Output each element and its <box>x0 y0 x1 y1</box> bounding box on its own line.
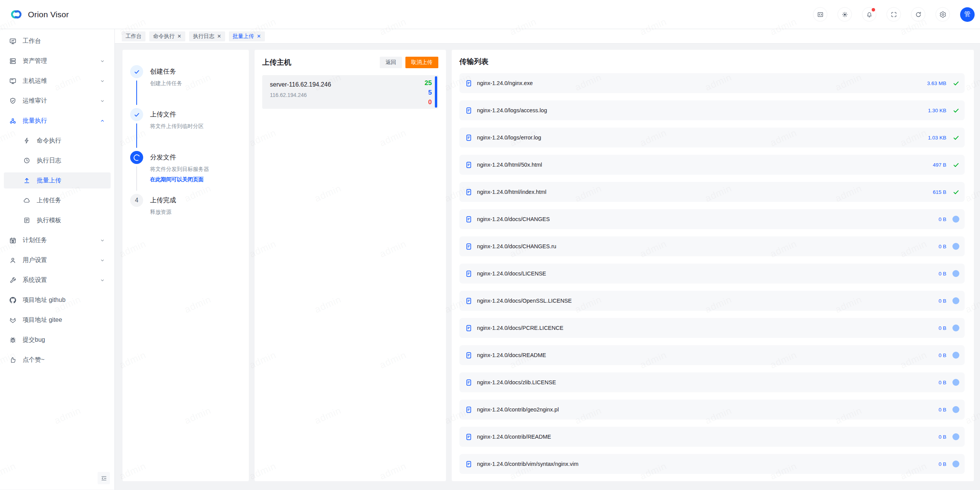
settings-button[interactable] <box>936 7 950 21</box>
brand: Orion Visor <box>9 7 69 21</box>
fullscreen-button[interactable] <box>887 7 901 21</box>
file-icon <box>465 433 472 441</box>
sidebar-item-批量执行[interactable]: 批量执行 <box>4 113 111 129</box>
notifications-icon <box>866 11 873 18</box>
chevron-svg <box>100 98 105 104</box>
upload-host-title: 上传主机 <box>262 57 291 67</box>
transfer-file-row[interactable]: nginx-1.24.0/html/50x.html497 B <box>459 155 965 175</box>
file-status-done-icon <box>952 134 960 141</box>
tab-close-icon[interactable]: ✕ <box>177 34 181 39</box>
upload-icon <box>23 177 31 184</box>
template-icon-svg <box>23 217 30 224</box>
sidebar-item-label: 用户设置 <box>23 256 47 264</box>
app-logo-icon <box>9 7 23 21</box>
sidebar-item-命令执行[interactable]: 命令执行 <box>4 133 111 149</box>
sidebar-item-label: 计划任务 <box>23 236 47 244</box>
transfer-file-row[interactable]: nginx-1.24.0/docs/README0 B <box>459 345 965 365</box>
transfer-file-row[interactable]: nginx-1.24.0/docs/PCRE.LICENCE0 B <box>459 318 965 338</box>
step-indicator <box>130 151 143 164</box>
file-icon <box>465 188 472 196</box>
user-avatar[interactable]: 管 <box>960 7 975 22</box>
transfer-file-row[interactable]: nginx-1.24.0/logs/access.log1.30 KB <box>459 100 965 120</box>
check-icon <box>952 80 960 87</box>
sidebar-item-label: 命令执行 <box>37 137 61 145</box>
sidebar-item-项目地址 gitee[interactable]: 项目地址 gitee <box>4 312 111 328</box>
pending-dot <box>952 297 959 304</box>
theme-button[interactable] <box>838 7 852 21</box>
check-icon <box>952 134 960 141</box>
sidebar-collapse-button[interactable] <box>98 472 110 484</box>
sidebar-item-label: 执行日志 <box>37 157 61 165</box>
file-size: 0 B <box>939 380 946 385</box>
refresh-icon <box>915 11 922 18</box>
file-size: 0 B <box>939 434 946 440</box>
file-icon <box>465 270 472 277</box>
sidebar-item-label: 运维审计 <box>23 97 47 105</box>
file-icon-svg <box>465 107 472 114</box>
file-status-pending-icon <box>952 406 960 413</box>
chevron-down-icon <box>100 78 105 84</box>
check-icon <box>952 161 960 169</box>
github-icon-svg <box>9 297 16 304</box>
tab-工作台[interactable]: 工作台 <box>122 31 145 41</box>
transfer-file-row[interactable]: nginx-1.24.0/docs/LICENSE0 B <box>459 264 965 284</box>
sidebar-item-执行模板[interactable]: 执行模板 <box>4 212 111 228</box>
tab-命令执行[interactable]: 命令执行✕ <box>149 31 185 41</box>
sidebar-item-系统设置[interactable]: 系统设置 <box>4 272 111 288</box>
file-size: 0 B <box>939 271 946 277</box>
sidebar-item-项目地址 github[interactable]: 项目地址 github <box>4 292 111 308</box>
sidebar-item-工作台[interactable]: 工作台 <box>4 33 111 49</box>
chevron-down-icon <box>100 58 105 64</box>
pending-dot <box>952 379 959 386</box>
refresh-button[interactable] <box>911 7 925 21</box>
sidebar-item-批量上传[interactable]: 批量上传 <box>4 172 111 188</box>
sidebar-item-计划任务[interactable]: 计划任务 <box>4 232 111 248</box>
file-icon-svg <box>465 243 472 250</box>
sidebar-item-执行日志[interactable]: 执行日志 <box>4 152 111 169</box>
host-transfer-stats: 25 5 0 <box>425 78 432 107</box>
header-actions: 管 <box>813 7 975 22</box>
transfer-file-row[interactable]: nginx-1.24.0/html/index.html615 B <box>459 182 965 202</box>
code-button[interactable] <box>813 7 827 21</box>
file-icon <box>465 134 472 141</box>
transfer-file-row[interactable]: nginx-1.24.0/docs/zlib.LICENSE0 B <box>459 372 965 392</box>
cloud-icon-svg <box>23 197 30 204</box>
cancel-upload-button[interactable]: 取消上传 <box>405 57 438 68</box>
transfer-file-row[interactable]: nginx-1.24.0/docs/CHANGES.ru0 B <box>459 236 965 256</box>
bolt-icon-svg <box>23 137 30 144</box>
tab-close-icon[interactable]: ✕ <box>257 34 261 39</box>
sidebar-item-主机运维[interactable]: 主机运维 <box>4 73 111 89</box>
sidebar-item-点个赞~[interactable]: 点个赞~ <box>4 352 111 368</box>
transfer-file-row[interactable]: nginx-1.24.0/nginx.exe3.63 MB <box>459 73 965 93</box>
host-selected-indicator <box>435 76 437 108</box>
file-status-pending-icon <box>952 216 960 223</box>
host-card[interactable]: server-116.62.194.246 116.62.194.246 25 … <box>262 75 438 109</box>
transfer-file-row[interactable]: nginx-1.24.0/contrib/vim/syntax/nginx.vi… <box>459 454 965 474</box>
transfer-file-row[interactable]: nginx-1.24.0/docs/CHANGES0 B <box>459 209 965 229</box>
tab-close-icon[interactable]: ✕ <box>217 34 221 39</box>
notifications-button[interactable] <box>862 7 876 21</box>
transfer-file-row[interactable]: nginx-1.24.0/docs/OpenSSL.LICENSE0 B <box>459 291 965 311</box>
tab-批量上传[interactable]: 批量上传✕ <box>229 31 265 41</box>
chevron-svg <box>100 58 105 64</box>
file-icon <box>465 161 472 169</box>
file-icon <box>465 461 472 468</box>
sidebar-item-用户设置[interactable]: 用户设置 <box>4 252 111 268</box>
sidebar-item-资产管理[interactable]: 资产管理 <box>4 53 111 69</box>
file-size: 0 B <box>939 461 946 467</box>
sidebar-item-提交bug[interactable]: 提交bug <box>4 332 111 348</box>
file-icon-svg <box>465 297 472 305</box>
pending-dot <box>952 216 959 223</box>
back-button[interactable]: 返回 <box>380 57 402 68</box>
batch-icon <box>9 117 16 125</box>
sidebar-item-上传任务[interactable]: 上传任务 <box>4 192 111 208</box>
file-icon <box>465 352 472 359</box>
tab-执行日志[interactable]: 执行日志✕ <box>189 31 225 41</box>
transfer-file-row[interactable]: nginx-1.24.0/logs/error.log1.03 KB <box>459 128 965 147</box>
sidebar-item-运维审计[interactable]: 运维审计 <box>4 93 111 109</box>
transfer-file-row[interactable]: nginx-1.24.0/contrib/geo2nginx.pl0 B <box>459 400 965 420</box>
chevron-svg <box>100 78 105 84</box>
file-size: 615 B <box>933 189 946 195</box>
file-icon-svg <box>465 80 472 87</box>
transfer-file-row[interactable]: nginx-1.24.0/contrib/README0 B <box>459 427 965 447</box>
